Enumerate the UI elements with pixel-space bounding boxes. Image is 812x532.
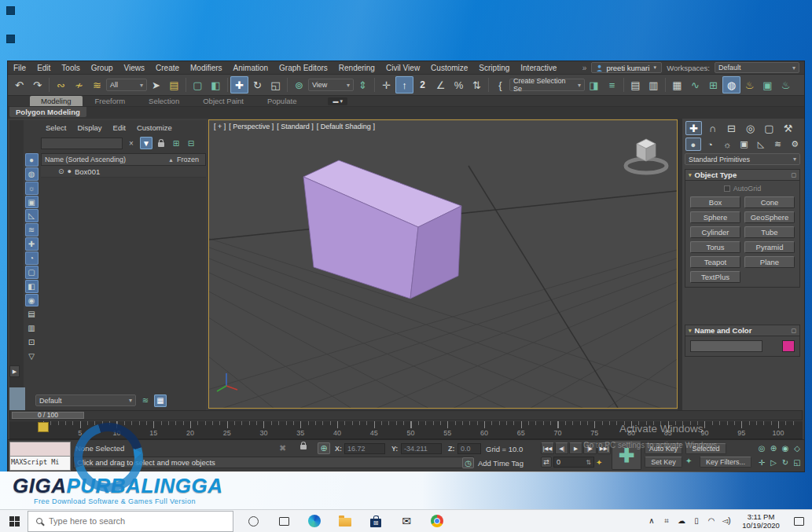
use-pivot-point-center-icon[interactable]: ⇕ xyxy=(354,76,372,94)
display-objects-icon[interactable]: ● xyxy=(25,153,39,167)
explorer-row[interactable]: ⊙●Box001 xyxy=(41,166,206,178)
toggle-scene-explorer-icon[interactable]: ▤ xyxy=(626,76,645,94)
menu-tools[interactable]: Tools xyxy=(56,61,85,75)
utilities-tab-icon[interactable]: ⚒ xyxy=(780,121,796,135)
primitives-category-dropdown[interactable]: Standard Primitives ▾ xyxy=(685,153,800,165)
percent-snap-icon[interactable]: % xyxy=(450,76,468,94)
create-tab-icon[interactable]: ✚ xyxy=(685,121,702,135)
create-pyramid-button[interactable]: Pyramid xyxy=(744,241,795,253)
key-filters-button[interactable]: Key Filters... xyxy=(700,457,751,468)
create-teapot-button[interactable]: Teapot xyxy=(690,256,740,268)
display-space-warps-icon[interactable]: ≋ xyxy=(25,223,39,237)
onedrive-icon[interactable]: ☁ xyxy=(677,516,686,526)
create-box-button[interactable]: Box xyxy=(690,196,740,208)
time-slider-handle[interactable]: 0 / 100 xyxy=(12,412,84,419)
create-sphere-button[interactable]: Sphere xyxy=(690,211,740,223)
menu-edit[interactable]: Edit xyxy=(31,61,56,75)
explorer-menu-select[interactable]: Select xyxy=(41,123,71,132)
key-steps-icon[interactable]: ✦ xyxy=(685,457,692,465)
cameras-category-icon[interactable]: ▣ xyxy=(737,138,752,151)
menu-customize[interactable]: Customize xyxy=(425,61,473,75)
ribbon-tab-modeling[interactable]: Modeling xyxy=(30,96,83,106)
bind-to-space-warp-icon[interactable]: ≋ xyxy=(88,76,106,94)
ribbon-tab-freeform[interactable]: Freeform xyxy=(84,96,137,106)
zoom-extents-icon[interactable]: ◉ xyxy=(780,442,791,454)
material-editor-icon[interactable]: ◍ xyxy=(722,76,740,94)
orbit-icon[interactable]: ↻ xyxy=(780,456,791,468)
current-frame-field[interactable]: 0 ⇅ xyxy=(553,457,594,468)
zoom-all-icon[interactable]: ⊕ xyxy=(768,442,779,454)
menu-graph-editors[interactable]: Graph Editors xyxy=(274,61,333,75)
select-by-name-icon[interactable]: ▤ xyxy=(165,76,183,94)
action-center-icon[interactable] xyxy=(794,517,804,526)
previous-frame-button[interactable]: ◀| xyxy=(555,442,568,454)
create-plane-button[interactable]: Plane xyxy=(744,256,795,268)
maxscript-listener-field[interactable]: MAXScript Mi xyxy=(9,457,71,471)
ribbon-tab-populate[interactable]: Populate xyxy=(256,96,308,106)
menu-file[interactable]: File xyxy=(8,61,31,75)
edge-icon[interactable] xyxy=(307,514,321,528)
create-cylinder-button[interactable]: Cylinder xyxy=(690,226,740,238)
selection-filter-dropdown[interactable]: All▾ xyxy=(106,79,147,91)
chrome-icon[interactable] xyxy=(430,514,444,528)
clear-search-icon[interactable]: × xyxy=(125,137,138,149)
unlink-selection-icon[interactable]: ≁ xyxy=(70,76,88,94)
pan-icon[interactable]: ✛ xyxy=(756,456,767,468)
sync-selection-icon[interactable]: ▤ xyxy=(25,307,39,321)
select-and-link-icon[interactable]: ∾ xyxy=(52,76,70,94)
create-torus-button[interactable]: Torus xyxy=(690,241,740,253)
redo-icon[interactable]: ↷ xyxy=(28,76,46,94)
hierarchy-tab-icon[interactable]: ⊟ xyxy=(723,121,740,135)
lights-category-icon[interactable]: ☼ xyxy=(719,138,735,151)
selection-lock-icon[interactable] xyxy=(300,442,307,451)
maximize-viewport-toggle-icon[interactable]: ◱ xyxy=(792,456,803,468)
isolate-selection-icon[interactable]: ✖ xyxy=(279,443,286,453)
key-icon[interactable]: ✦ xyxy=(596,458,602,467)
expand-all-icon[interactable]: ⊞ xyxy=(170,137,182,149)
menu-overflow-icon[interactable]: » xyxy=(582,64,587,72)
reference-coordinate-system-dropdown[interactable]: View▾ xyxy=(308,79,354,91)
name-and-color-rollout-header[interactable]: ▾ Name and Color ▢ xyxy=(685,325,800,336)
systems-category-icon[interactable]: ⚙ xyxy=(787,138,803,151)
display-groups-icon[interactable]: ◍ xyxy=(25,167,39,181)
create-textplus-button[interactable]: TextPlus xyxy=(690,271,740,283)
select-and-scale-icon[interactable]: ◱ xyxy=(266,76,285,94)
curve-editor-icon[interactable]: ∿ xyxy=(686,76,704,94)
cortana-icon[interactable] xyxy=(246,514,260,528)
space-warps-category-icon[interactable]: ≋ xyxy=(770,138,786,151)
taskbar-clock[interactable]: 3:11 PM 10/19/2020 xyxy=(737,512,785,530)
object-color-swatch[interactable] xyxy=(782,340,795,352)
walk-through-icon[interactable]: ▷ xyxy=(768,456,779,468)
shapes-category-icon[interactable]: ◔ xyxy=(703,138,718,151)
rollout-pin-icon[interactable]: ▢ xyxy=(791,172,796,178)
select-and-manipulate-icon[interactable]: ✛ xyxy=(377,76,395,94)
select-and-place-icon[interactable]: ⊚ xyxy=(290,76,308,94)
explorer-settings-icon[interactable]: ▦ xyxy=(154,394,167,407)
geometry-category-icon[interactable]: ● xyxy=(685,138,701,151)
toggle-layer-explorer-icon[interactable]: ▥ xyxy=(645,76,663,94)
explorer-column-header[interactable]: Name (Sorted Ascending) ▲ Frozen xyxy=(41,153,206,166)
animation-layer-dropdown[interactable]: Default ▾ xyxy=(35,394,136,406)
explorer-search-input[interactable] xyxy=(41,138,123,149)
menu-civil-view[interactable]: Civil View xyxy=(380,61,425,75)
display-cameras-icon[interactable]: ▣ xyxy=(25,196,39,209)
desktop-icon[interactable] xyxy=(6,35,15,43)
taskbar-search[interactable] xyxy=(28,511,233,532)
helpers-category-icon[interactable]: ◺ xyxy=(753,138,769,151)
menu-scripting[interactable]: Scripting xyxy=(473,61,515,75)
rectangular-selection-region-icon[interactable]: ▢ xyxy=(189,76,207,94)
select-and-rotate-icon[interactable]: ↻ xyxy=(248,76,266,94)
create-geosphere-button[interactable]: GeoSphere xyxy=(744,211,795,223)
filter-combinations-icon[interactable]: ▽ xyxy=(25,350,39,363)
autogrid-checkbox[interactable] xyxy=(724,185,730,192)
display-lights-icon[interactable]: ☼ xyxy=(25,182,39,195)
named-selection-sets-dropdown[interactable]: Create Selection Se▾ xyxy=(509,79,585,91)
collapse-all-icon[interactable]: ⊟ xyxy=(185,137,197,149)
display-particles-icon[interactable]: ✚ xyxy=(25,237,39,251)
network-icon[interactable]: ◠ xyxy=(707,516,716,526)
display-influences-icon[interactable]: ⊡ xyxy=(25,336,39,349)
viewport-layout-tab[interactable] xyxy=(9,387,25,410)
object-type-rollout-header[interactable]: ▾ Object Type ▢ xyxy=(685,169,800,181)
go-to-start-button[interactable]: |◀◀ xyxy=(541,442,554,454)
keyboard-shortcut-override-icon[interactable]: ↑ xyxy=(395,76,413,94)
